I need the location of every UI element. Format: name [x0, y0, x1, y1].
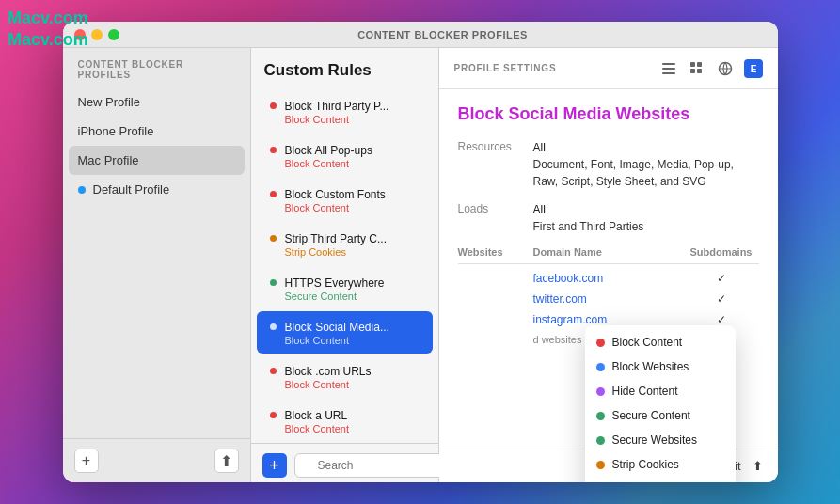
svg-rect-3: [690, 62, 695, 67]
app-window: CONTENT BLOCKER PROFILES CONTENT BLOCKER…: [63, 22, 778, 482]
rules-footer: + 🔍: [251, 443, 438, 482]
globe-icon[interactable]: [716, 59, 735, 78]
active-view-icon[interactable]: E: [744, 59, 763, 78]
rule-type: Block Content: [285, 335, 389, 346]
rule-name: Strip Third Party C...: [285, 232, 387, 245]
rules-panel: Custom Rules Block Third Party P... Bloc…: [251, 48, 439, 482]
dropdown-item-secure-websites[interactable]: Secure Websites: [585, 428, 736, 452]
rule-dot: [270, 235, 277, 242]
svg-rect-6: [697, 69, 702, 73]
dropdown-item-strip-cookies[interactable]: Strip Cookies: [585, 452, 736, 477]
export-profile-button[interactable]: ⬆: [214, 449, 239, 473]
website-check: ✓: [684, 292, 759, 306]
rule-item-https-everywhere[interactable]: HTTPS Everywhere Secure Content: [257, 267, 433, 309]
rule-dot: [270, 323, 277, 330]
extra-text: d websites: [533, 334, 582, 345]
dropdown-item-label: Strip Cookies: [612, 458, 679, 471]
resources-value: All Document, Font, Image, Media, Pop-up…: [533, 139, 759, 190]
sidebar-item-iphone-profile[interactable]: iPhone Profile: [63, 117, 250, 146]
rule-item-strip-third-party[interactable]: Strip Third Party C... Strip Cookies: [257, 223, 433, 265]
website-domain: twitter.com: [533, 292, 684, 306]
loads-label: Loads: [458, 201, 533, 235]
detail-title: Block Social Media Websites: [458, 104, 759, 124]
dropdown-item-block-websites[interactable]: Block Websites: [585, 354, 736, 379]
sidebar-item-new-profile[interactable]: New Profile: [63, 87, 250, 117]
sidebar-item-label: Default Profile: [93, 182, 170, 197]
sidebar-item-label: New Profile: [78, 95, 140, 109]
traffic-lights: [74, 29, 119, 40]
loads-value: All First and Third Parties: [533, 201, 644, 235]
rule-name: Block a URL: [285, 409, 349, 422]
toolbar-icons: E: [659, 59, 763, 78]
dropdown-item-whitelist-content[interactable]: Whitelist Content: [585, 477, 736, 482]
resources-row: Resources All Document, Font, Image, Med…: [458, 139, 759, 190]
titlebar-title: CONTENT BLOCKER PROFILES: [119, 29, 767, 40]
rule-item-block-a-url[interactable]: Block a URL Block Content: [257, 400, 433, 442]
svg-rect-5: [690, 69, 695, 73]
minimize-button[interactable]: [91, 29, 103, 40]
loads-secondary: First and Third Parties: [533, 218, 644, 235]
rule-dot: [270, 147, 277, 153]
maximize-button[interactable]: [108, 29, 119, 40]
website-domain: facebook.com: [533, 272, 684, 285]
sidebar-item-mac-profile[interactable]: Mac Profile: [69, 146, 245, 175]
share-button[interactable]: ⬆: [753, 459, 763, 473]
grid-view-icon[interactable]: [688, 59, 706, 78]
dropdown-item-secure-content[interactable]: Secure Content: [585, 403, 736, 428]
sidebar-item-default-profile[interactable]: Default Profile: [63, 175, 250, 204]
main-content: CONTENT BLOCKER PROFILES New Profile iPh…: [63, 48, 778, 482]
rule-dot: [270, 279, 277, 286]
rule-type: Secure Content: [285, 291, 385, 302]
websites-header: Websites Domain Name Subdomains: [458, 246, 759, 264]
rule-item-block-popups[interactable]: Block All Pop-ups Block Content: [257, 134, 433, 177]
loads-row: Loads All First and Third Parties: [458, 201, 759, 235]
close-button[interactable]: [74, 29, 86, 40]
col-subdomains-header: Subdomains: [684, 246, 759, 258]
dropdown-item-label: Block Content: [612, 336, 683, 349]
rule-name: Block .com URLs: [285, 365, 372, 378]
rule-name: Block Third Party P...: [285, 100, 389, 113]
sidebar-item-label: Mac Profile: [78, 153, 139, 167]
titlebar: CONTENT BLOCKER PROFILES: [63, 22, 778, 48]
dropdown-dot: [596, 387, 605, 396]
rule-item-block-social-media[interactable]: Block Social Media... Block Content: [257, 311, 433, 354]
rule-item-block-com-urls[interactable]: Block .com URLs Block Content: [257, 355, 433, 398]
website-check: ✓: [684, 313, 759, 326]
add-profile-button[interactable]: +: [74, 449, 99, 473]
sidebar-header: CONTENT BLOCKER PROFILES: [63, 48, 250, 87]
loads-primary: All: [533, 201, 644, 218]
dropdown-item-label: Hide Content: [612, 385, 678, 398]
add-rule-button[interactable]: +: [262, 453, 287, 478]
rule-name: Block Social Media...: [285, 321, 389, 334]
rule-type: Block Content: [285, 114, 389, 125]
sidebar-item-label: iPhone Profile: [78, 124, 154, 138]
dropdown-item-block-content[interactable]: Block Content: [585, 330, 736, 354]
website-row: twitter.com ✓: [458, 289, 759, 309]
rule-type-dropdown: Block Content Block Websites Hide Conten…: [585, 325, 736, 482]
list-view-icon[interactable]: [659, 59, 678, 78]
rule-dot: [270, 368, 277, 374]
svg-rect-4: [697, 62, 702, 67]
rule-item-block-custom-fonts[interactable]: Block Custom Fonts Block Content: [257, 179, 433, 221]
sidebar-footer: + ⬆: [63, 438, 250, 482]
dropdown-dot: [596, 363, 605, 371]
svg-rect-2: [662, 72, 675, 74]
rule-item-block-third-party[interactable]: Block Third Party P... Block Content: [257, 90, 433, 133]
dropdown-item-label: Secure Content: [612, 409, 690, 422]
svg-text:E: E: [750, 64, 756, 74]
col-domain-header: Domain Name: [533, 246, 684, 258]
svg-rect-0: [662, 63, 675, 65]
website-row: facebook.com ✓: [458, 268, 759, 289]
rule-name: HTTPS Everywhere: [285, 276, 385, 290]
profile-settings-label: PROFILE SETTINGS: [454, 63, 557, 73]
rule-type: Block Content: [285, 158, 372, 169]
dropdown-item-label: Block Websites: [612, 360, 689, 373]
rule-dot: [270, 102, 277, 109]
dropdown-item-hide-content[interactable]: Hide Content: [585, 379, 736, 403]
detail-toolbar: PROFILE SETTINGS: [439, 48, 778, 89]
resources-secondary: Document, Font, Image, Media, Pop-up, Ra…: [533, 156, 759, 190]
default-profile-dot: [78, 186, 86, 194]
dropdown-item-label: Secure Websites: [612, 433, 698, 447]
dropdown-dot: [596, 339, 605, 347]
resources-label: Resources: [458, 139, 533, 190]
